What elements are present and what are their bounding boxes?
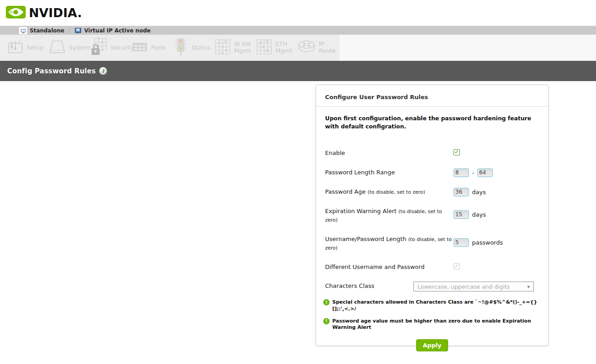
page-title: Config Password Rules	[7, 67, 96, 75]
nav-ib-sm-mgmt-label: IB SM Mgmt	[234, 41, 251, 55]
username-password-length-label: Username/Password Length (to disable, se…	[325, 235, 454, 252]
main-nav-toolbar: Setup System	[0, 35, 596, 61]
chevron-down-icon: ▾	[527, 284, 530, 290]
characters-class-value: Lowercase, uppercase and digits	[417, 283, 510, 290]
different-username-password-checkbox: ✓	[454, 263, 460, 269]
password-age-hint: (to disable, set to zero)	[367, 189, 425, 195]
status-icon	[172, 36, 189, 59]
panel-intro-text: Upon first configuration, enable the pas…	[325, 114, 536, 131]
expiration-warning-unit: days	[472, 211, 486, 218]
virtual-ip-monitor-icon: M	[75, 28, 81, 33]
standalone-monitor-icon	[19, 27, 27, 34]
password-length-max-input[interactable]	[477, 168, 493, 177]
note-special-characters: ! Special characters allowed in Characte…	[323, 299, 541, 312]
note-special-characters-text: Special characters allowed in Characters…	[332, 299, 541, 312]
check-icon: ✓	[454, 263, 459, 268]
expiration-warning-label: Expiration Warning Alert (to disable, se…	[325, 207, 454, 224]
row-expiration-warning: Expiration Warning Alert (to disable, se…	[325, 207, 539, 224]
note-password-age: ! Password age value must be higher than…	[323, 318, 541, 331]
setup-icon	[6, 37, 24, 58]
tab-standalone[interactable]: Standalone	[19, 27, 64, 34]
nav-item-system[interactable]: System	[48, 37, 89, 58]
brand-bar: NVIDIA.	[0, 0, 596, 26]
password-length-range-label: Password Length Range	[325, 168, 454, 177]
enable-checkbox[interactable]: ✓	[454, 149, 460, 155]
ib-sm-mgmt-icon	[214, 38, 232, 58]
nav-item-ib-sm-mgmt[interactable]: IB SM Mgmt	[214, 38, 255, 58]
tab-virtual-ip-active-node[interactable]: M Virtual IP Active node	[75, 27, 151, 34]
row-characters-class: Characters Class Lowercase, uppercase an…	[325, 282, 539, 291]
tab-divider	[70, 27, 70, 34]
nav-system-label: System	[69, 45, 91, 51]
eth-mgmt-icon	[255, 38, 273, 58]
panel-title: Configure User Password Rules	[325, 85, 539, 100]
different-username-password-label: Different Username and Password	[325, 263, 454, 272]
password-length-min-input[interactable]	[454, 168, 469, 177]
row-username-password-length: Username/Password Length (to disable, se…	[325, 235, 539, 252]
configure-password-rules-panel: Configure User Password Rules Upon first…	[316, 85, 549, 346]
row-password-age: Password Age (to disable, set to zero) d…	[325, 187, 539, 196]
system-icon	[48, 37, 67, 58]
node-tab-bar: Standalone M Virtual IP Active node	[0, 26, 596, 35]
info-icon[interactable]: i	[99, 67, 107, 75]
username-password-length-input[interactable]	[454, 238, 469, 247]
note-password-age-text: Password age value must be higher than z…	[332, 318, 541, 331]
nav-item-status[interactable]: Status	[172, 36, 214, 59]
security-icon	[89, 36, 108, 59]
nvidia-eye-icon	[5, 5, 26, 21]
characters-class-label: Characters Class	[325, 282, 413, 291]
panel-separator	[316, 106, 548, 107]
nvidia-logo: NVIDIA.	[5, 5, 82, 21]
range-separator: -	[472, 169, 474, 176]
page-header-bar: Config Password Rules i	[0, 61, 596, 81]
characters-class-select[interactable]: Lowercase, uppercase and digits ▾	[413, 282, 534, 291]
tab-standalone-label: Standalone	[30, 27, 64, 34]
nav-item-security[interactable]: Security	[89, 36, 131, 59]
row-enable: Enable ✓	[325, 149, 539, 158]
nav-item-ip-route[interactable]: IP Route	[297, 38, 338, 58]
password-age-label: Password Age (to disable, set to zero)	[325, 187, 454, 196]
check-icon: ✓	[454, 149, 459, 155]
password-age-input[interactable]	[454, 188, 469, 196]
nav-status-label: Status	[192, 45, 210, 51]
nav-eth-mgmt-label: ETH Mgmt	[275, 41, 292, 55]
tab-virtual-ip-label: Virtual IP Active node	[84, 27, 151, 34]
nav-setup-label: Setup	[27, 45, 44, 51]
ports-icon	[131, 38, 149, 58]
password-age-unit: days	[472, 189, 486, 196]
expiration-warning-input[interactable]	[454, 210, 469, 219]
exclamation-icon: !	[323, 299, 330, 305]
enable-label: Enable	[325, 149, 454, 158]
username-password-length-unit: passwords	[472, 239, 503, 246]
nvidia-wordmark: NVIDIA.	[29, 6, 82, 20]
nav-ports-label: Ports	[151, 45, 166, 51]
nav-item-eth-mgmt[interactable]: ETH Mgmt	[255, 38, 297, 58]
ip-route-icon	[297, 38, 316, 58]
nav-item-setup[interactable]: Setup	[6, 37, 48, 58]
exclamation-icon: !	[323, 318, 330, 324]
main-nav-toolbar-items: Setup System	[0, 35, 339, 61]
apply-button[interactable]: Apply	[416, 339, 449, 351]
row-different-username-password: Different Username and Password ✓	[325, 263, 539, 272]
nav-ip-route-label: IP Route	[319, 41, 336, 55]
row-password-length-range: Password Length Range -	[325, 168, 539, 177]
nav-item-ports[interactable]: Ports	[131, 38, 172, 58]
